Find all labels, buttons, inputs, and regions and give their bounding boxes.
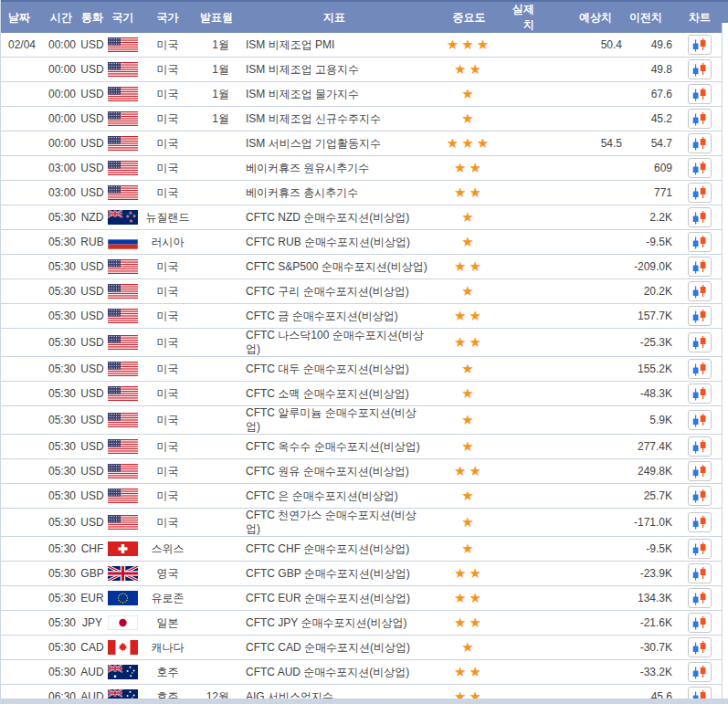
forecast-cell bbox=[549, 382, 627, 406]
country-cell: 일본 bbox=[141, 611, 195, 636]
bottom-scroll-track[interactable] bbox=[1, 699, 728, 704]
candlestick-chart-icon-button[interactable] bbox=[688, 306, 712, 326]
month-cell bbox=[195, 406, 238, 435]
candlestick-chart-icon-button[interactable] bbox=[688, 384, 712, 404]
candlestick-chart-icon-button[interactable] bbox=[688, 461, 712, 481]
flag-cell bbox=[105, 156, 141, 181]
table-row: 05:30USD미국CFTC S&P500 순매수포지션(비상업)★★-209.… bbox=[1, 255, 723, 279]
candlestick-chart-icon-button[interactable] bbox=[688, 257, 712, 277]
candlestick-chart-icon-button[interactable] bbox=[688, 613, 712, 633]
chart-cell bbox=[677, 181, 723, 205]
previous-cell: 134.3K bbox=[627, 586, 677, 611]
date-cell bbox=[1, 382, 43, 406]
actual-cell bbox=[508, 406, 549, 435]
flag-gb-icon bbox=[108, 566, 138, 581]
candlestick-chart-icon-button[interactable] bbox=[688, 59, 712, 79]
importance-cell: ★ bbox=[430, 509, 508, 537]
chart-cell bbox=[677, 537, 723, 562]
importance-cell: ★ bbox=[430, 205, 508, 230]
candlestick-chart-icon-button[interactable] bbox=[688, 133, 712, 153]
actual-cell bbox=[508, 357, 549, 382]
indicator-cell: CFTC EUR 순매수포지션(비상업) bbox=[238, 586, 430, 611]
candlestick-chart-icon-button[interactable] bbox=[688, 158, 712, 178]
table-row: 05:30RUB러시아CFTC RUB 순매수포지션(비상업)★-9.5K bbox=[1, 230, 723, 255]
flag-us-icon bbox=[108, 386, 138, 401]
flag-cell bbox=[105, 33, 141, 58]
forecast-cell: 50.4 bbox=[549, 33, 627, 58]
flag-cell bbox=[105, 181, 141, 205]
candlestick-chart-icon-button[interactable] bbox=[688, 563, 712, 583]
actual-cell bbox=[508, 279, 549, 304]
table-row: 02/0400:00USD미국1월ISM 비제조업 PMI★★★50.449.6 bbox=[1, 33, 723, 58]
candlestick-chart-icon-button[interactable] bbox=[688, 512, 712, 532]
currency-cell: USD bbox=[79, 329, 105, 357]
importance-cell: ★★ bbox=[430, 660, 508, 685]
country-cell: 미국 bbox=[141, 107, 195, 131]
indicator-cell: ISM 비제조업 신규수주지수 bbox=[238, 107, 430, 131]
indicator-cell: CFTC GBP 순매수포지션(비상업) bbox=[238, 562, 430, 586]
candlestick-chart-icon-button[interactable] bbox=[688, 183, 712, 203]
date-cell bbox=[1, 279, 43, 304]
candlestick-chart-icon-button[interactable] bbox=[688, 359, 712, 379]
chart-cell bbox=[677, 205, 723, 230]
flag-us-icon bbox=[108, 309, 138, 323]
importance-cell: ★ bbox=[430, 357, 508, 382]
month-cell bbox=[195, 357, 238, 382]
candlestick-chart-icon-button[interactable] bbox=[688, 232, 712, 252]
time-cell: 05:30 bbox=[43, 329, 79, 357]
column-header-importance: 중요도 bbox=[430, 1, 508, 33]
actual-cell bbox=[508, 156, 549, 181]
chart-cell bbox=[677, 357, 723, 382]
forecast-cell bbox=[549, 82, 627, 107]
chart-cell bbox=[677, 636, 723, 660]
candlestick-chart-icon-button[interactable] bbox=[688, 281, 712, 301]
candlestick-chart-icon-button[interactable] bbox=[688, 35, 712, 55]
currency-cell: USD bbox=[79, 156, 105, 181]
flag-cell bbox=[105, 82, 141, 107]
candlestick-chart-icon-button[interactable] bbox=[688, 84, 712, 104]
time-cell: 05:30 bbox=[43, 586, 79, 611]
actual-cell bbox=[508, 107, 549, 131]
flag-us-icon bbox=[108, 87, 138, 101]
candlestick-chart-icon-button[interactable] bbox=[688, 436, 712, 457]
country-cell: 미국 bbox=[141, 279, 195, 304]
actual-cell bbox=[508, 255, 549, 279]
flag-cell bbox=[105, 435, 141, 459]
date-cell bbox=[1, 611, 43, 636]
country-cell: 미국 bbox=[141, 459, 195, 484]
flag-us-icon bbox=[108, 489, 138, 503]
forecast-cell bbox=[549, 181, 627, 205]
country-cell: 미국 bbox=[141, 382, 195, 406]
candlestick-chart-icon-button[interactable] bbox=[688, 486, 712, 506]
flag-cell bbox=[105, 131, 141, 156]
importance-star-icons: ★ bbox=[461, 385, 476, 401]
flag-cell bbox=[105, 660, 141, 685]
candlestick-chart-icon-button[interactable] bbox=[688, 637, 712, 657]
candlestick-chart-icon-button[interactable] bbox=[688, 332, 712, 352]
candlestick-chart-icon-button[interactable] bbox=[688, 207, 712, 227]
importance-cell: ★ bbox=[430, 107, 508, 131]
importance-cell: ★★★ bbox=[430, 131, 508, 156]
indicator-cell: CFTC 은 순매수포지션(비상업) bbox=[238, 484, 430, 509]
importance-cell: ★★ bbox=[430, 255, 508, 279]
chart-cell bbox=[677, 382, 723, 406]
actual-cell bbox=[508, 435, 549, 459]
candlestick-chart-icon-button[interactable] bbox=[688, 539, 712, 559]
indicator-cell: ISM 비제조업 고용지수 bbox=[238, 58, 430, 82]
candlestick-chart-icon-button[interactable] bbox=[688, 588, 712, 608]
flag-cell bbox=[105, 611, 141, 636]
indicator-cell: CFTC 알루미늄 순매수포지션(비상업) bbox=[238, 406, 430, 435]
importance-cell: ★★ bbox=[430, 459, 508, 484]
country-cell: 미국 bbox=[141, 329, 195, 357]
forecast-cell bbox=[549, 459, 627, 484]
previous-cell: -9.5K bbox=[627, 537, 677, 562]
column-header-indicator: 지표 bbox=[238, 1, 430, 33]
month-cell bbox=[195, 279, 238, 304]
indicator-cell: ISM 서비스업 기업활동지수 bbox=[238, 131, 430, 156]
table-row: 05:30CAD캐나다CFTC CAD 순매수포지션(비상업)★-30.7K bbox=[1, 636, 723, 660]
candlestick-chart-icon-button[interactable] bbox=[688, 662, 712, 682]
currency-cell: RUB bbox=[79, 230, 105, 255]
indicator-cell: CFTC 옥수수 순매수포지션(비상업) bbox=[238, 435, 430, 459]
candlestick-chart-icon-button[interactable] bbox=[688, 410, 712, 430]
candlestick-chart-icon-button[interactable] bbox=[688, 109, 712, 129]
